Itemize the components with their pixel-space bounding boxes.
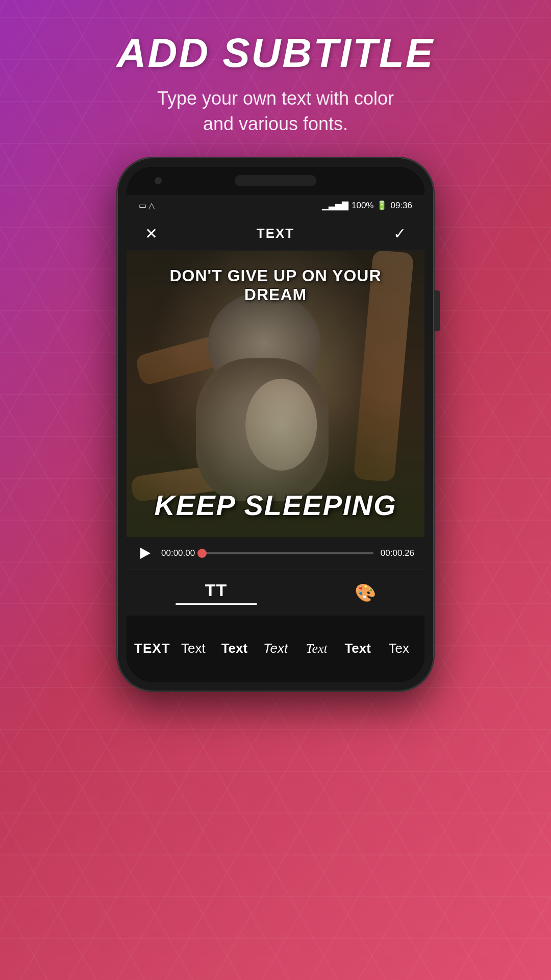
font-option-1[interactable]: Text — [173, 641, 214, 656]
font-option-4[interactable]: Text — [296, 641, 337, 656]
font-row: TEXT Text Text Text Text Text — [127, 616, 424, 682]
speaker-grille — [235, 175, 316, 186]
main-title: ADD SUBTITLE — [117, 31, 435, 76]
font-option-6[interactable]: Tex — [378, 641, 419, 656]
time-display: 09:36 — [390, 201, 412, 211]
subtitle-text: Type your own text with colorand various… — [117, 86, 435, 137]
camera-dot — [155, 177, 162, 184]
font-option-0[interactable]: TEXT — [132, 641, 173, 656]
video-area: DON'T GIVE UP ON YOUR DREAM KEEP SLEEPIN… — [127, 251, 424, 537]
font-label-0: TEXT — [134, 641, 170, 656]
font-label-1: Text — [181, 641, 206, 656]
palette-tool[interactable]: 🎨 — [355, 582, 376, 603]
font-option-3[interactable]: Text — [255, 641, 296, 656]
confirm-button[interactable]: ✓ — [393, 225, 406, 242]
text-size-tool[interactable]: TT — [176, 580, 257, 605]
app-toolbar: ✕ TEXT ✓ — [127, 216, 424, 251]
font-option-5[interactable]: Text — [337, 641, 379, 656]
playback-bar: 00:00.00 00:00.26 — [127, 537, 424, 570]
page-content: ADD SUBTITLE Type your own text with col… — [0, 0, 551, 980]
close-button[interactable]: ✕ — [145, 225, 158, 242]
play-triangle-icon — [140, 548, 151, 559]
progress-track[interactable] — [202, 552, 373, 554]
status-left: ▭ △ — [139, 201, 155, 210]
text-size-icon: TT — [205, 580, 228, 600]
font-option-2[interactable]: Text — [214, 641, 255, 656]
text-size-underline — [176, 603, 257, 605]
phone-outer: ▭ △ ▁▃▅▇ 100% 🔋 09:36 ✕ TEXT ✓ — [117, 158, 434, 691]
status-bar: ▭ △ ▁▃▅▇ 100% 🔋 09:36 — [127, 195, 424, 216]
play-button[interactable] — [137, 545, 154, 562]
font-label-4: Text — [306, 641, 327, 656]
time-start: 00:00.00 — [161, 548, 195, 558]
font-label-3: Text — [263, 641, 288, 656]
tools-bar: TT 🎨 — [127, 570, 424, 616]
header-section: ADD SUBTITLE Type your own text with col… — [117, 0, 435, 153]
font-label-6: Tex — [389, 641, 409, 656]
font-label-5: Text — [344, 641, 371, 656]
battery-icon: 🔋 — [377, 200, 387, 211]
progress-dot[interactable] — [197, 549, 207, 558]
font-label-2: Text — [221, 641, 248, 656]
video-text-top[interactable]: DON'T GIVE UP ON YOUR DREAM — [127, 266, 424, 304]
video-text-bottom[interactable]: KEEP SLEEPING — [127, 488, 424, 522]
side-button — [434, 290, 440, 331]
palette-icon: 🎨 — [355, 582, 376, 603]
status-right: ▁▃▅▇ 100% 🔋 09:36 — [322, 200, 412, 211]
time-end: 00:00.26 — [381, 548, 414, 558]
phone-mockup: ▭ △ ▁▃▅▇ 100% 🔋 09:36 ✕ TEXT ✓ — [117, 158, 434, 691]
status-icons: ▭ △ — [139, 201, 155, 210]
phone-top-bar — [127, 167, 424, 195]
battery-text: 100% — [352, 201, 373, 211]
phone-inner: ▭ △ ▁▃▅▇ 100% 🔋 09:36 ✕ TEXT ✓ — [127, 167, 424, 682]
toolbar-title: TEXT — [257, 226, 294, 241]
signal-icon: ▁▃▅▇ — [322, 200, 348, 211]
